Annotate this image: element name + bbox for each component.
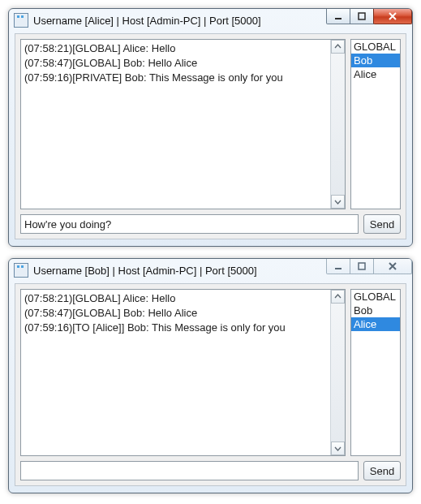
message-line: (07:58:21)[GLOBAL] Alice: Hello xyxy=(24,41,330,56)
close-icon xyxy=(388,261,397,271)
user-list-item-bob[interactable]: Bob xyxy=(351,54,400,67)
window-title: Username [Bob] | Host [Admin-PC] | Port … xyxy=(33,265,327,277)
send-button[interactable]: Send xyxy=(363,214,401,234)
minimize-button[interactable] xyxy=(326,259,350,274)
message-line: (07:58:47)[GLOBAL] Bob: Hello Alice xyxy=(24,306,330,321)
window-title: Username [Alice] | Host [Admin-PC] | Por… xyxy=(33,15,327,27)
chat-window-alice: Username [Alice] | Host [Admin-PC] | Por… xyxy=(8,8,413,247)
upper-row: (07:58:21)[GLOBAL] Alice: Hello (07:58:4… xyxy=(20,39,401,209)
message-log[interactable]: (07:58:21)[GLOBAL] Alice: Hello (07:58:4… xyxy=(20,39,346,209)
message-input-value: How're you doing? xyxy=(24,218,111,230)
message-input[interactable]: How're you doing? xyxy=(20,214,359,234)
chevron-up-icon xyxy=(334,43,342,50)
chevron-up-icon xyxy=(334,293,342,300)
close-icon xyxy=(388,11,397,21)
send-button-label: Send xyxy=(370,465,394,477)
svg-rect-1 xyxy=(359,13,365,19)
message-line: (07:58:47)[GLOBAL] Bob: Hello Alice xyxy=(24,56,330,71)
minimize-icon xyxy=(334,262,342,270)
maximize-button[interactable] xyxy=(350,259,374,274)
titlebar[interactable]: Username [Bob] | Host [Admin-PC] | Port … xyxy=(9,259,412,282)
minimize-button[interactable] xyxy=(326,9,350,24)
chat-window-bob: Username [Bob] | Host [Admin-PC] | Port … xyxy=(8,258,413,493)
user-list-item-global[interactable]: GLOBAL xyxy=(351,290,400,304)
message-lines: (07:58:21)[GLOBAL] Alice: Hello (07:58:4… xyxy=(24,291,330,335)
titlebar[interactable]: Username [Alice] | Host [Admin-PC] | Por… xyxy=(9,9,412,32)
message-line: (07:59:16)[TO [Alice]] Bob: This Message… xyxy=(24,321,330,335)
upper-row: (07:58:21)[GLOBAL] Alice: Hello (07:58:4… xyxy=(20,289,401,456)
user-list[interactable]: GLOBAL Bob Alice xyxy=(350,289,401,456)
app-icon xyxy=(14,13,28,28)
scroll-down-button[interactable] xyxy=(331,195,345,209)
svg-rect-2 xyxy=(335,268,342,269)
close-button[interactable] xyxy=(373,259,412,274)
message-log[interactable]: (07:58:21)[GLOBAL] Alice: Hello (07:58:4… xyxy=(20,289,346,456)
user-list-item-alice[interactable]: Alice xyxy=(351,67,400,81)
send-button[interactable]: Send xyxy=(363,461,401,480)
close-button[interactable] xyxy=(373,9,412,24)
maximize-button[interactable] xyxy=(350,9,374,24)
maximize-icon xyxy=(358,262,366,270)
message-input[interactable] xyxy=(20,461,359,480)
app-icon xyxy=(14,263,28,278)
svg-rect-0 xyxy=(335,18,342,19)
window-controls xyxy=(327,9,412,32)
compose-row: Send xyxy=(20,461,401,480)
send-button-label: Send xyxy=(370,218,394,230)
message-line: (07:58:21)[GLOBAL] Alice: Hello xyxy=(24,291,330,306)
scroll-up-button[interactable] xyxy=(331,40,345,54)
chevron-down-icon xyxy=(334,198,342,205)
user-list-item-bob[interactable]: Bob xyxy=(351,304,400,317)
user-list[interactable]: GLOBAL Bob Alice xyxy=(350,39,401,209)
compose-row: How're you doing? Send xyxy=(20,214,401,234)
client-area: (07:58:21)[GLOBAL] Alice: Hello (07:58:4… xyxy=(15,283,406,486)
svg-rect-3 xyxy=(359,263,365,269)
window-controls xyxy=(327,259,412,282)
chevron-down-icon xyxy=(334,445,342,452)
user-list-item-global[interactable]: GLOBAL xyxy=(351,40,400,54)
user-list-item-alice[interactable]: Alice xyxy=(351,317,400,331)
message-line: (07:59:16)[PRIVATE] Bob: This Message is… xyxy=(24,71,330,85)
scrollbar[interactable] xyxy=(330,40,345,209)
client-area: (07:58:21)[GLOBAL] Alice: Hello (07:58:4… xyxy=(15,33,406,239)
scroll-up-button[interactable] xyxy=(331,290,345,304)
maximize-icon xyxy=(358,12,366,20)
scrollbar[interactable] xyxy=(330,290,345,455)
minimize-icon xyxy=(334,12,342,20)
scroll-down-button[interactable] xyxy=(331,442,345,455)
message-lines: (07:58:21)[GLOBAL] Alice: Hello (07:58:4… xyxy=(24,41,330,85)
